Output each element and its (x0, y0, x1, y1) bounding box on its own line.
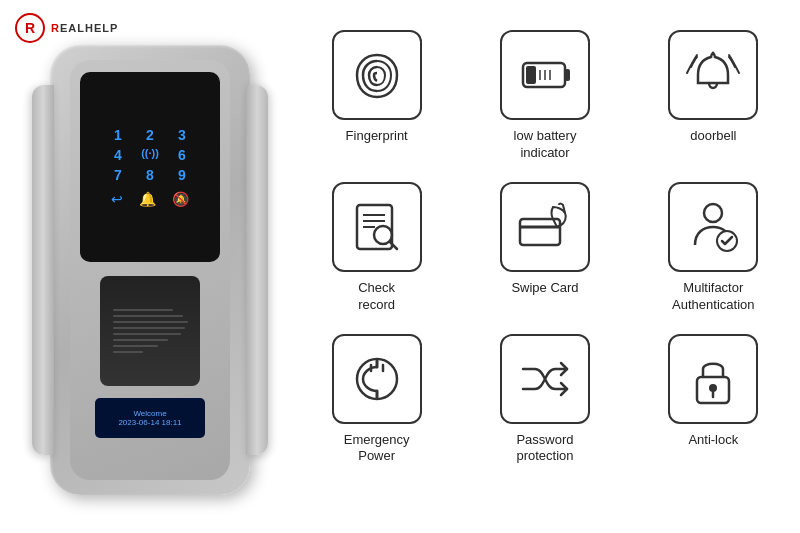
feature-fingerprint: Fingerprint (300, 30, 453, 162)
svg-text:R: R (25, 20, 35, 36)
low-battery-icon (515, 45, 575, 105)
mute-icon: 🔕 (172, 191, 189, 207)
logo-r: R (51, 22, 60, 34)
password-protection-icon (515, 349, 575, 409)
lock-inner: 1 2 3 4 ((·)) 6 7 8 9 ↩ 🔔 🔕 (70, 60, 230, 480)
fingerprint-scanner[interactable] (100, 276, 200, 386)
handle-right (246, 85, 268, 455)
key-row-2: 4 ((·)) 6 (108, 147, 192, 163)
key-6[interactable]: 6 (172, 147, 192, 163)
fp-line (113, 333, 181, 335)
feature-label-check-record: Checkrecord (358, 280, 395, 314)
feature-label-emergency-power: EmergencyPower (344, 432, 410, 466)
key-2[interactable]: 2 (140, 127, 160, 143)
lock-body: 1 2 3 4 ((·)) 6 7 8 9 ↩ 🔔 🔕 (50, 45, 250, 495)
fp-lines (113, 309, 188, 353)
feature-low-battery: low batteryindicator (468, 30, 621, 162)
key-4[interactable]: 4 (108, 147, 128, 163)
feature-label-swipe-card: Swipe Card (511, 280, 578, 297)
feature-emergency-power: EmergencyPower (300, 334, 453, 466)
svg-rect-3 (565, 69, 570, 81)
display-welcome: Welcome (133, 409, 166, 418)
keypad-icons-row: ↩ 🔔 🔕 (111, 191, 189, 207)
icon-box-multifactor (668, 182, 758, 272)
feature-doorbell: doorbell (637, 30, 790, 162)
icon-box-swipe-card (500, 182, 590, 272)
multifactor-icon (683, 197, 743, 257)
fp-line (113, 339, 168, 341)
icon-box-fingerprint (332, 30, 422, 120)
features-grid: Fingerprint low batteryindicator (300, 30, 790, 465)
icon-box-low-battery (500, 30, 590, 120)
display-datetime: 2023-06-14 18:11 (118, 418, 181, 427)
emergency-power-icon (347, 349, 407, 409)
icon-box-anti-lock (668, 334, 758, 424)
lock-device: 1 2 3 4 ((·)) 6 7 8 9 ↩ 🔔 🔕 (30, 40, 270, 500)
check-record-icon (347, 197, 407, 257)
rfid-symbol: ((·)) (140, 147, 160, 163)
fp-line (113, 327, 185, 329)
logo-text: REALHELP (51, 22, 118, 34)
key-7[interactable]: 7 (108, 167, 128, 183)
key-8[interactable]: 8 (140, 167, 160, 183)
svg-rect-4 (526, 66, 536, 84)
feature-multifactor: MultifactorAuthentication (637, 182, 790, 314)
feature-label-password-protection: Passwordprotection (516, 432, 573, 466)
svg-point-16 (704, 204, 722, 222)
icon-box-emergency-power (332, 334, 422, 424)
feature-label-anti-lock: Anti-lock (688, 432, 738, 449)
bell-icon: 🔔 (139, 191, 156, 207)
key-9[interactable]: 9 (172, 167, 192, 183)
key-3[interactable]: 3 (172, 127, 192, 143)
handle-left (32, 85, 54, 455)
fingerprint-icon (347, 45, 407, 105)
fp-line (113, 309, 173, 311)
icon-box-password-protection (500, 334, 590, 424)
doorbell-icon (683, 45, 743, 105)
feature-label-fingerprint: Fingerprint (346, 128, 408, 145)
feature-swipe-card: Swipe Card (468, 182, 621, 314)
fp-line (113, 321, 188, 323)
key-1[interactable]: 1 (108, 127, 128, 143)
feature-anti-lock: Anti-lock (637, 334, 790, 466)
swipe-card-icon (515, 197, 575, 257)
icon-box-doorbell (668, 30, 758, 120)
fp-line (113, 345, 158, 347)
feature-label-multifactor: MultifactorAuthentication (672, 280, 754, 314)
lock-display: Welcome 2023-06-14 18:11 (95, 398, 205, 438)
key-row-1: 1 2 3 (108, 127, 192, 143)
icon-box-check-record (332, 182, 422, 272)
feature-label-doorbell: doorbell (690, 128, 736, 145)
anti-lock-icon (683, 349, 743, 409)
logo-ealhelp: EALHELP (60, 22, 118, 34)
fp-line (113, 351, 143, 353)
back-icon: ↩ (111, 191, 123, 207)
fp-line (113, 315, 183, 317)
feature-check-record: Checkrecord (300, 182, 453, 314)
keypad: 1 2 3 4 ((·)) 6 7 8 9 ↩ 🔔 🔕 (80, 72, 220, 262)
feature-label-low-battery: low batteryindicator (514, 128, 577, 162)
key-row-3: 7 8 9 (108, 167, 192, 183)
feature-password-protection: Passwordprotection (468, 334, 621, 466)
